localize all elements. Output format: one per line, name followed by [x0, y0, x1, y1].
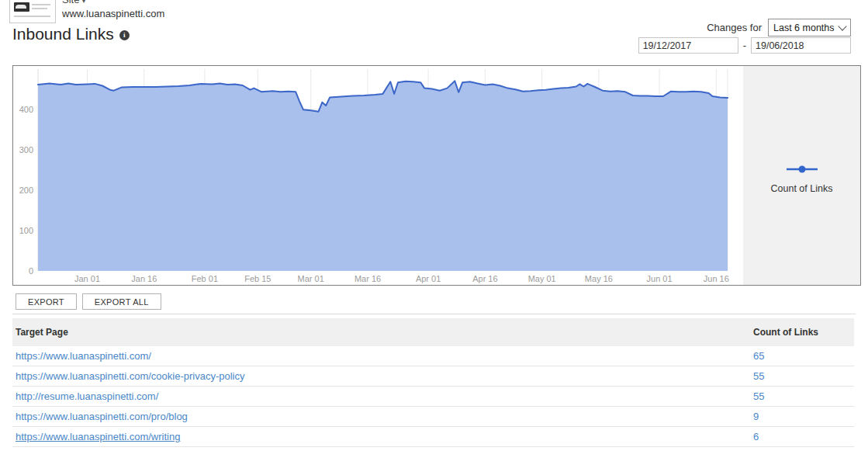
- table-body: https://www.luanaspinetti.com/ 65 https:…: [12, 346, 854, 451]
- legend-panel: Count of Links: [743, 66, 860, 285]
- column-header-target-page: Target Page: [12, 318, 750, 346]
- target-page-link[interactable]: http://resume.luanaspinetti.com/: [16, 390, 158, 402]
- site-dropdown-arrow-icon: ▾: [81, 0, 85, 5]
- x-tick-label: Feb 01: [192, 274, 218, 283]
- table-header-row: Target Page Count of Links: [12, 318, 854, 346]
- x-tick-label: Jun 16: [704, 274, 729, 283]
- chart-svg[interactable]: 0100200300400Jan 01Jan 16Feb 01Feb 15Mar…: [13, 66, 743, 285]
- x-tick-label: Mar 01: [298, 274, 324, 283]
- site-selector[interactable]: Site▾: [62, 0, 85, 5]
- table-row: https://www.luanaspinetti.com/ 65: [12, 346, 854, 366]
- area-fill: [38, 81, 728, 271]
- target-page-link[interactable]: https://www.luanaspinetti.com/pro/blog: [16, 411, 188, 422]
- export-toolbar: EXPORT EXPORT ALL: [16, 293, 161, 310]
- inbound-links-chart: 0100200300400Jan 01Jan 16Feb 01Feb 15Mar…: [12, 65, 861, 286]
- count-of-links-link[interactable]: 55: [753, 390, 764, 402]
- legend-label: Count of Links: [743, 183, 860, 194]
- table-row: https://www.luanaspinetti.com/writing 6: [12, 427, 854, 447]
- page-title: Inbound Links i: [12, 25, 130, 43]
- count-of-links-link[interactable]: 9: [753, 411, 759, 422]
- x-tick-label: Mar 16: [354, 274, 381, 283]
- x-tick-label: May 16: [585, 274, 613, 283]
- target-pages-table: Target Page Count of Links https://www.l…: [12, 318, 854, 451]
- site-url: www.luanaspinetti.com: [62, 8, 164, 19]
- period-dropdown[interactable]: Last 6 months: [768, 19, 851, 36]
- table-row: https://www.luanaspinetti.com/cookie-pri…: [12, 366, 854, 387]
- table-row: http://resume.luanaspinetti.com/ 55: [12, 387, 854, 407]
- y-tick-label: 200: [19, 186, 33, 195]
- y-tick-label: 300: [19, 145, 33, 154]
- table-row: https://www.luanaspinetti.com/: [12, 447, 854, 451]
- date-range: -: [638, 37, 851, 54]
- date-from-input[interactable]: [638, 37, 738, 54]
- target-page-link[interactable]: https://www.luanaspinetti.com/cookie-pri…: [16, 370, 245, 382]
- changes-for-label: Changes for: [707, 22, 762, 33]
- count-of-links-link[interactable]: 6: [753, 431, 759, 442]
- site-thumbnail-image: [14, 2, 29, 12]
- inbound-links-page: { "header": { "site_selector_label": "Si…: [0, 0, 868, 451]
- x-tick-label: Jun 01: [647, 274, 673, 283]
- target-page-link[interactable]: https://www.luanaspinetti.com/: [16, 350, 151, 362]
- section-divider: [12, 314, 856, 314]
- date-to-input[interactable]: [751, 37, 851, 54]
- y-tick-label: 400: [19, 105, 33, 114]
- site-selector-label: Site: [62, 0, 79, 5]
- x-tick-label: Jan 01: [74, 274, 100, 283]
- x-tick-label: Apr 16: [472, 274, 497, 283]
- site-thumbnail[interactable]: [9, 0, 56, 23]
- count-of-links-link[interactable]: 55: [753, 370, 764, 382]
- y-tick-label: 0: [29, 266, 33, 276]
- period-controls: Changes for Last 6 months: [707, 19, 851, 36]
- table-row: https://www.luanaspinetti.com/pro/blog 9: [12, 407, 854, 427]
- legend-item[interactable]: Count of Links: [743, 162, 860, 194]
- chevron-down-icon: [838, 22, 846, 30]
- legend-line-marker-icon: [785, 165, 819, 173]
- x-tick-label: Jan 16: [131, 274, 157, 283]
- x-tick-label: Feb 15: [244, 274, 271, 283]
- x-tick-label: May 01: [528, 274, 556, 283]
- target-page-link[interactable]: https://www.luanaspinetti.com/writing: [16, 431, 180, 442]
- export-all-button[interactable]: EXPORT ALL: [82, 293, 161, 310]
- y-tick-label: 100: [19, 226, 33, 235]
- period-dropdown-value: Last 6 months: [773, 23, 835, 33]
- date-range-separator: -: [743, 40, 746, 51]
- info-icon[interactable]: i: [119, 30, 130, 40]
- column-header-count-of-links: Count of Links: [750, 318, 854, 346]
- export-button[interactable]: EXPORT: [16, 293, 77, 310]
- x-tick-label: Apr 01: [416, 274, 441, 283]
- count-of-links-link[interactable]: 65: [753, 350, 764, 362]
